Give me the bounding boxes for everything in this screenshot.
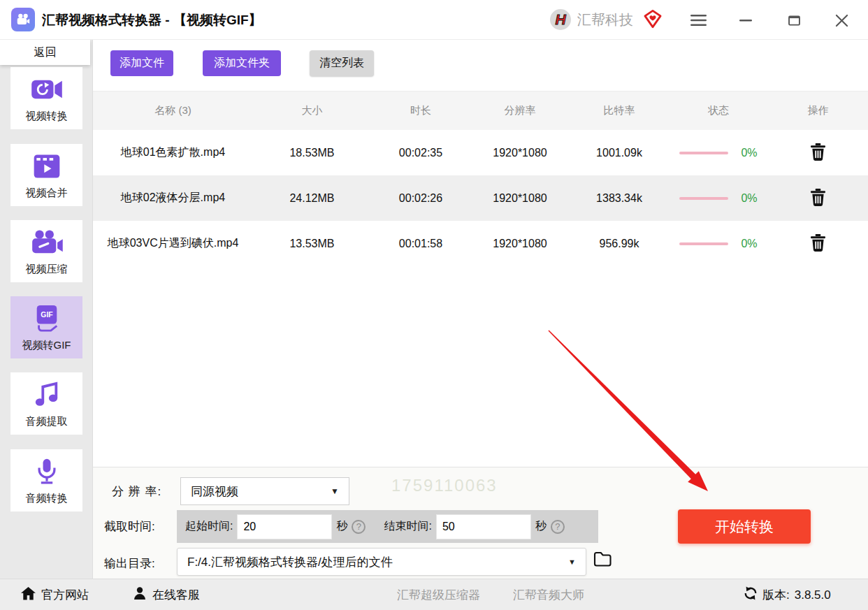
sidebar-item-label: 音频提取 — [26, 415, 68, 428]
column-header: 大小 — [253, 104, 371, 117]
title-bar: 汇帮视频格式转换器 - 【视频转GIF】 H 汇帮科技 — [0, 0, 868, 40]
customer-service-icon — [133, 586, 147, 604]
file-name: 地球02液体分层.mp4 — [93, 191, 253, 205]
seconds-label: 秒 — [535, 519, 547, 534]
file-resolution: 1920*1080 — [470, 192, 570, 205]
delete-button[interactable] — [768, 234, 868, 254]
official-site-label: 官方网站 — [41, 587, 89, 603]
start-time-label: 起始时间: — [185, 519, 233, 534]
table-header: 名称 (3)大小时长分辨率比特率状态操作 — [93, 91, 868, 130]
super-compressor-link[interactable]: 汇帮超级压缩器 — [397, 579, 480, 610]
progress-percent: 0% — [741, 238, 757, 250]
column-header: 状态 — [669, 104, 768, 117]
browse-folder-button[interactable] — [593, 551, 612, 569]
add-folder-button[interactable]: 添加文件夹 — [203, 50, 281, 76]
back-button[interactable]: 返回 — [0, 40, 90, 65]
minimize-button[interactable] — [735, 10, 756, 31]
delete-button[interactable] — [768, 189, 868, 208]
action-cell — [768, 143, 868, 163]
settings-panel: 分 辨 率: 同源视频 ▼ 1759110063 截取时间: 起始时间: 秒 ?… — [93, 467, 868, 579]
brand-badge-icon — [643, 9, 663, 31]
sidebar-item-video-merge[interactable]: 视频合并 — [10, 144, 82, 206]
table-row: 地球01色素扩散.mp4 18.53MB 00:02:35 1920*1080 … — [93, 130, 868, 175]
folder-icon — [593, 559, 612, 569]
refresh-icon[interactable] — [744, 586, 758, 604]
brand-name: 汇帮科技 — [577, 0, 633, 40]
sidebar-item-label: 视频合并 — [26, 187, 68, 200]
column-header: 比特率 — [570, 104, 669, 117]
close-button[interactable] — [831, 10, 852, 31]
column-header: 操作 — [768, 104, 868, 117]
sidebar-item-video-convert[interactable]: 视频转换 — [10, 67, 82, 129]
column-header: 分辨率 — [470, 104, 570, 117]
seconds-label: 秒 — [336, 519, 347, 534]
sidebar: 返回 视频转换 视频合并 视频压缩 GIF 视频转GIF 音频提取 — [0, 40, 93, 579]
output-dir-select[interactable]: F:/4.汇帮视频格式转换器/处理后的文件 ▼ — [177, 548, 586, 576]
file-name: 地球03VC片遇到碘伏.mp4 — [93, 236, 253, 251]
app-logo-icon — [11, 8, 35, 31]
trim-time-panel: 起始时间: 秒 ? 结束时间: 秒 ? — [177, 510, 598, 543]
start-time-input[interactable] — [237, 514, 332, 539]
customer-service-link[interactable]: 在线客服 — [133, 579, 200, 610]
add-file-button[interactable]: 添加文件 — [110, 50, 173, 76]
video-to-gif-icon: GIF — [10, 303, 82, 334]
sidebar-item-label: 视频转换 — [26, 110, 68, 123]
resolution-select[interactable]: 同源视频 ▼ — [180, 477, 349, 505]
official-site-link[interactable]: 官方网站 — [21, 579, 89, 610]
sidebar-item-video-to-gif[interactable]: GIF 视频转GIF — [10, 296, 82, 358]
trash-icon — [811, 234, 825, 254]
maximize-button[interactable] — [783, 10, 804, 31]
clear-list-button[interactable]: 清空列表 — [310, 50, 374, 76]
file-size: 18.53MB — [253, 147, 371, 159]
audio-convert-icon — [10, 456, 82, 487]
sidebar-item-audio-extract[interactable]: 音频提取 — [10, 372, 82, 435]
sidebar-item-label: 视频压缩 — [26, 263, 68, 276]
action-cell — [768, 189, 868, 208]
file-size: 24.12MB — [253, 192, 371, 205]
audio-master-link[interactable]: 汇帮音频大师 — [513, 579, 584, 610]
file-name: 地球01色素扩散.mp4 — [93, 145, 253, 160]
status-cell: 0% — [669, 238, 768, 250]
help-icon[interactable]: ? — [352, 520, 366, 534]
sidebar-item-label: 音频转换 — [26, 492, 68, 505]
sidebar-item-video-compress[interactable]: 视频压缩 — [10, 220, 82, 282]
end-time-input[interactable] — [436, 514, 531, 539]
column-header: 名称 (3) — [93, 104, 253, 117]
table-row: 地球02液体分层.mp4 24.12MB 00:02:26 1920*1080 … — [93, 175, 868, 221]
back-label: 返回 — [34, 45, 57, 60]
watermark-text: 1759110063 — [391, 476, 498, 495]
resolution-label: 分 辨 率: — [112, 484, 161, 500]
version-value: 3.8.5.0 — [795, 588, 831, 602]
home-icon — [21, 587, 36, 604]
file-size: 13.53MB — [253, 238, 371, 250]
trash-icon — [811, 189, 825, 208]
menu-icon[interactable] — [688, 10, 709, 31]
file-toolbar: 添加文件 添加文件夹 清空列表 — [93, 40, 868, 91]
action-cell — [768, 234, 868, 254]
brand-logo-icon: H — [549, 8, 572, 34]
app-window: 汇帮视频格式转换器 - 【视频转GIF】 H 汇帮科技 — [0, 0, 868, 610]
file-resolution: 1920*1080 — [470, 238, 570, 250]
footer: 官方网站 在线客服 汇帮超级压缩器 汇帮音频大师 版本: 3.8.5.0 — [0, 579, 868, 610]
progress-percent: 0% — [741, 192, 757, 205]
chevron-down-icon: ▼ — [331, 486, 339, 496]
column-header: 时长 — [371, 104, 470, 117]
version-info: 版本: 3.8.5.0 — [744, 579, 831, 610]
help-icon[interactable]: ? — [551, 520, 565, 534]
sidebar-item-label: 视频转GIF — [22, 339, 71, 352]
file-bitrate: 956.99k — [570, 238, 669, 250]
output-dir-value: F:/4.汇帮视频格式转换器/处理后的文件 — [187, 554, 393, 570]
status-cell: 0% — [669, 147, 768, 159]
window-title: 汇帮视频格式转换器 - 【视频转GIF】 — [42, 0, 262, 40]
start-convert-button[interactable]: 开始转换 — [678, 509, 811, 544]
progress-percent: 0% — [741, 147, 757, 159]
customer-service-label: 在线客服 — [152, 587, 200, 603]
end-time-label: 结束时间: — [384, 519, 431, 534]
delete-button[interactable] — [768, 143, 868, 163]
status-cell: 0% — [669, 192, 768, 205]
file-duration: 00:02:26 — [371, 192, 470, 205]
file-duration: 00:01:58 — [371, 238, 470, 250]
sidebar-item-audio-convert[interactable]: 音频转换 — [10, 449, 82, 511]
file-bitrate: 1001.09k — [570, 147, 669, 159]
resolution-value: 同源视频 — [191, 484, 238, 500]
